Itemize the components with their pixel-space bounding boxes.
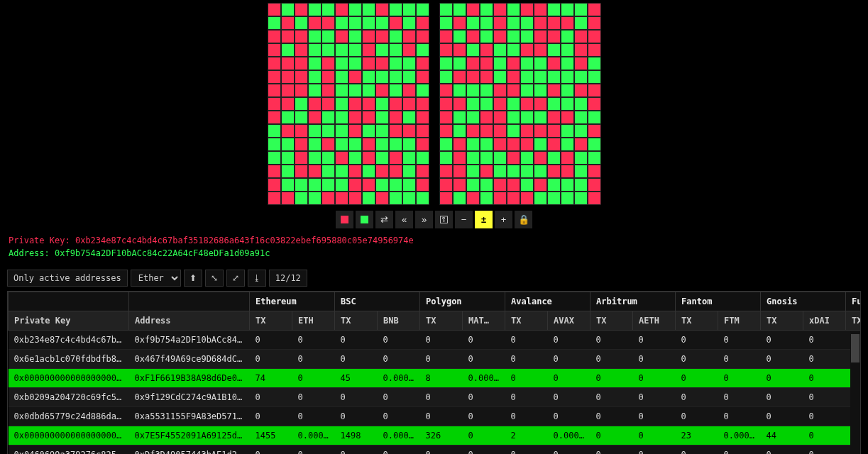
bit-cell[interactable] xyxy=(439,165,453,178)
bit-cell[interactable] xyxy=(416,151,429,165)
bit-cell[interactable] xyxy=(561,57,574,70)
bit-cell[interactable] xyxy=(322,3,335,16)
bit-cell[interactable] xyxy=(308,178,322,192)
bit-cell[interactable] xyxy=(416,43,429,57)
bit-cell[interactable] xyxy=(416,16,429,30)
bit-cell[interactable] xyxy=(335,192,348,205)
bit-cell[interactable] xyxy=(466,97,480,111)
bit-cell[interactable] xyxy=(588,84,601,97)
bit-cell[interactable] xyxy=(348,192,362,205)
bit-cell[interactable] xyxy=(402,43,416,57)
bit-cell[interactable] xyxy=(439,84,453,97)
bit-cell[interactable] xyxy=(268,30,281,43)
bit-cell[interactable] xyxy=(439,111,453,124)
bit-cell[interactable] xyxy=(520,70,534,84)
download-button[interactable]: ⭳ xyxy=(248,270,266,287)
bit-cell[interactable] xyxy=(480,84,493,97)
bit-cell[interactable] xyxy=(520,192,534,205)
bit-cell[interactable] xyxy=(322,70,335,84)
bit-cell[interactable] xyxy=(281,30,295,43)
column-header[interactable]: TX xyxy=(761,311,803,331)
bit-cell[interactable] xyxy=(507,192,520,205)
bit-cell[interactable] xyxy=(335,111,348,124)
bit-cell[interactable] xyxy=(281,97,295,111)
shuffle-button[interactable]: ⇄ xyxy=(375,211,393,228)
bit-cell[interactable] xyxy=(588,43,601,57)
bit-cell[interactable] xyxy=(561,138,574,151)
bit-cell[interactable] xyxy=(493,124,507,138)
bit-cell[interactable] xyxy=(493,70,507,84)
bit-cell[interactable] xyxy=(348,70,362,84)
bit-cell[interactable] xyxy=(375,84,389,97)
bit-cell[interactable] xyxy=(466,165,480,178)
bit-cell[interactable] xyxy=(547,192,561,205)
column-header[interactable]: TX xyxy=(590,311,633,331)
bit-cell[interactable] xyxy=(281,16,295,30)
bit-cell[interactable] xyxy=(375,192,389,205)
bit-cell[interactable] xyxy=(348,3,362,16)
bit-cell[interactable] xyxy=(574,43,588,57)
bit-cell[interactable] xyxy=(375,70,389,84)
bit-cell[interactable] xyxy=(375,138,389,151)
bit-cell[interactable] xyxy=(520,57,534,70)
bit-cell[interactable] xyxy=(268,43,281,57)
bit-cell[interactable] xyxy=(547,97,561,111)
bit-cell[interactable] xyxy=(520,97,534,111)
bit-cell[interactable] xyxy=(507,138,520,151)
back-button[interactable]: « xyxy=(395,211,413,228)
bit-cell[interactable] xyxy=(547,111,561,124)
bit-cell[interactable] xyxy=(453,3,466,16)
bit-cell[interactable] xyxy=(534,165,547,178)
bit-cell[interactable] xyxy=(574,165,588,178)
bit-cell[interactable] xyxy=(268,84,281,97)
bit-cell[interactable] xyxy=(416,178,429,192)
bit-cell[interactable] xyxy=(588,165,601,178)
bit-cell[interactable] xyxy=(348,30,362,43)
bit-cell[interactable] xyxy=(480,70,493,84)
bit-cell[interactable] xyxy=(402,111,416,124)
bit-cell[interactable] xyxy=(308,30,322,43)
bit-cell[interactable] xyxy=(268,16,281,30)
bit-cell[interactable] xyxy=(574,16,588,30)
plusminus-button[interactable]: ± xyxy=(475,211,493,228)
bit-cell[interactable] xyxy=(574,30,588,43)
expand-button[interactable]: ⤢ xyxy=(226,270,245,287)
column-header[interactable]: BNB xyxy=(378,311,420,331)
bit-cell[interactable] xyxy=(375,178,389,192)
bit-cell[interactable] xyxy=(389,178,402,192)
bit-cell[interactable] xyxy=(335,57,348,70)
bit-cell[interactable] xyxy=(547,57,561,70)
bit-cell[interactable] xyxy=(574,111,588,124)
bit-cell[interactable] xyxy=(547,70,561,84)
bit-cell[interactable] xyxy=(295,84,308,97)
bit-cell[interactable] xyxy=(574,192,588,205)
bit-cell[interactable] xyxy=(534,124,547,138)
column-header[interactable]: ETH xyxy=(292,311,335,331)
bit-cell[interactable] xyxy=(295,57,308,70)
bit-cell[interactable] xyxy=(402,124,416,138)
bit-cell[interactable] xyxy=(268,70,281,84)
bit-cell[interactable] xyxy=(588,57,601,70)
bit-cell[interactable] xyxy=(281,111,295,124)
bit-cell[interactable] xyxy=(439,192,453,205)
bit-cell[interactable] xyxy=(507,16,520,30)
bit-cell[interactable] xyxy=(295,192,308,205)
bit-cell[interactable] xyxy=(534,97,547,111)
bit-cell[interactable] xyxy=(574,97,588,111)
bit-cell[interactable] xyxy=(507,97,520,111)
bit-cell[interactable] xyxy=(520,3,534,16)
bit-cell[interactable] xyxy=(295,165,308,178)
bit-cell[interactable] xyxy=(281,84,295,97)
bit-cell[interactable] xyxy=(574,178,588,192)
bit-cell[interactable] xyxy=(362,30,375,43)
bit-cell[interactable] xyxy=(322,165,335,178)
bit-cell[interactable] xyxy=(439,3,453,16)
bit-cell[interactable] xyxy=(308,124,322,138)
bit-cell[interactable] xyxy=(295,30,308,43)
bit-cell[interactable] xyxy=(402,138,416,151)
bit-cell[interactable] xyxy=(520,84,534,97)
bit-cell[interactable] xyxy=(295,70,308,84)
bit-cell[interactable] xyxy=(561,111,574,124)
bit-cell[interactable] xyxy=(507,57,520,70)
bit-cell[interactable] xyxy=(507,30,520,43)
